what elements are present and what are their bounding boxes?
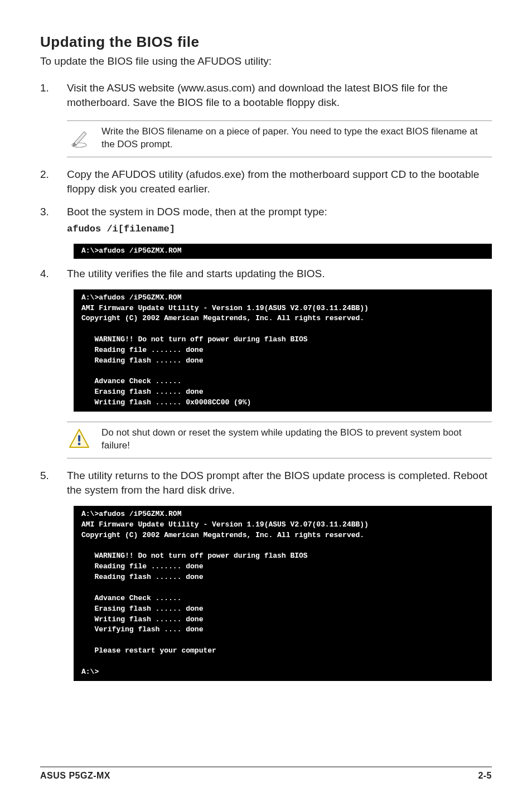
svg-point-2 xyxy=(78,443,81,446)
terminal-output-3: A:\>afudos /iP5GZMX.ROM AMI Firmware Upd… xyxy=(74,506,492,681)
note-1-text: Write the BIOS filename on a piece of pa… xyxy=(101,125,492,151)
footer-page-number: 2-5 xyxy=(478,771,492,781)
step-1: Visit the ASUS website (www.asus.com) an… xyxy=(40,81,492,110)
steps-list: Visit the ASUS website (www.asus.com) an… xyxy=(40,81,492,681)
warning-icon xyxy=(67,427,91,451)
step-2-text: Copy the AFUDOS utility (afudos.exe) fro… xyxy=(67,168,479,195)
terminal-output-2: A:\>afudos /iP5GZMX.ROM AMI Firmware Upd… xyxy=(74,289,492,412)
note-block-1: Write the BIOS filename on a piece of pa… xyxy=(67,120,492,157)
step-4-text: The utility verifies the file and starts… xyxy=(67,268,325,279)
intro-text: To update the BIOS file using the AFUDOS… xyxy=(40,54,492,69)
note-block-2: Do not shut down or reset the system whi… xyxy=(67,422,492,458)
step-4: The utility verifies the file and starts… xyxy=(40,267,492,282)
step-3-command: afudos /i[filename] xyxy=(67,223,492,236)
section-title: Updating the BIOS file xyxy=(40,33,492,51)
footer-product: ASUS P5GZ-MX xyxy=(40,771,110,781)
page-footer: ASUS P5GZ-MX 2-5 xyxy=(40,766,492,781)
pencil-icon xyxy=(67,125,91,150)
step-3: Boot the system in DOS mode, then at the… xyxy=(40,205,492,236)
step-2: Copy the AFUDOS utility (afudos.exe) fro… xyxy=(40,167,492,197)
step-3-text: Boot the system in DOS mode, then at the… xyxy=(67,206,327,218)
note-2-text: Do not shut down or reset the system whi… xyxy=(101,427,492,452)
page: Updating the BIOS file To update the BIO… xyxy=(0,0,532,802)
step-5: The utility returns to the DOS prompt af… xyxy=(40,468,492,498)
step-5-text: The utility returns to the DOS prompt af… xyxy=(67,470,487,496)
terminal-output-1: A:\>afudos /iP5GZMX.ROM xyxy=(74,244,492,259)
step-1-text: Visit the ASUS website (www.asus.com) an… xyxy=(67,82,448,109)
svg-rect-1 xyxy=(78,435,80,442)
